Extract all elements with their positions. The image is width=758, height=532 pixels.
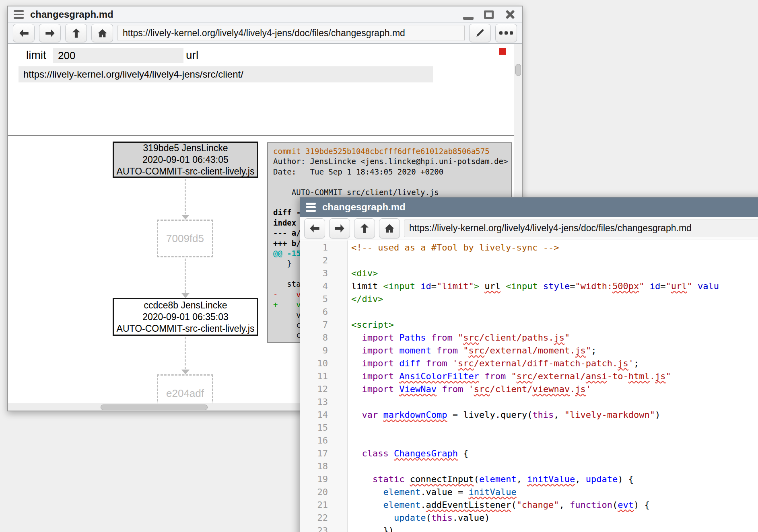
back-button[interactable] [13, 24, 35, 42]
hamburger-menu-icon[interactable] [306, 203, 316, 212]
more-button[interactable] [495, 24, 517, 42]
forward-button[interactable] [329, 218, 350, 238]
home-icon [97, 28, 108, 39]
commit-node-319bde5[interactable]: 319bde5 JensLincke 2020-09-01 06:43:05 A… [113, 142, 258, 178]
diff-line [273, 177, 511, 187]
front-window: changesgraph.md 1<!-- used as a #Tool by… [300, 197, 758, 532]
back-button[interactable] [304, 218, 325, 238]
vertical-scrollbar-thumb[interactable] [515, 64, 521, 76]
diff-line: commit 319bde525b1048cbcfff6dffe61012ab8… [273, 146, 511, 156]
close-icon[interactable] [504, 8, 516, 21]
code-line[interactable]: 7<script> [300, 318, 758, 331]
arrow-head-icon [181, 293, 190, 298]
line-number: 15 [300, 421, 338, 434]
line-number: 13 [300, 396, 338, 409]
graph-edge [185, 259, 186, 293]
up-arrow-icon [359, 223, 370, 234]
code-line[interactable]: 16 [300, 434, 758, 447]
line-number: 17 [300, 447, 338, 460]
code-lines: 1<!-- used as a #Tool by lively-sync -->… [300, 240, 758, 532]
line-number: 14 [300, 409, 338, 421]
line-number: 5 [300, 293, 338, 306]
up-button[interactable] [65, 24, 87, 42]
diff-line: AUTO-COMMIT src/client/lively.js [273, 187, 511, 197]
section-divider [8, 135, 514, 136]
url-label: url [186, 49, 198, 62]
line-number: 7 [300, 318, 338, 331]
diff-line: Author: JensLincke <jens.lincke@hpi.uni-… [273, 156, 511, 166]
line-number: 2 [300, 254, 338, 267]
window-title: changesgraph.md [322, 201, 406, 213]
line-number: 1 [300, 241, 338, 254]
code-line[interactable]: 13 [300, 396, 758, 409]
code-line[interactable]: 5</div> [300, 293, 758, 306]
home-button[interactable] [91, 24, 113, 42]
line-number: 6 [300, 306, 338, 318]
back-window-navbar [8, 23, 522, 44]
edit-button[interactable] [469, 24, 491, 42]
limit-label: limit [26, 49, 46, 62]
line-number: 22 [300, 511, 338, 524]
line-number: 8 [300, 331, 338, 344]
line-number: 16 [300, 434, 338, 447]
back-arrow-icon [19, 28, 29, 39]
code-line[interactable]: 18 [300, 460, 758, 473]
window-controls [463, 6, 516, 23]
code-line[interactable]: 19 static connectInput(element, initValu… [300, 473, 758, 486]
hamburger-menu-icon[interactable] [14, 10, 24, 19]
limit-input[interactable] [53, 48, 183, 63]
url-input[interactable] [404, 220, 758, 237]
code-line[interactable]: 17 class ChangesGraph { [300, 447, 758, 460]
code-line[interactable]: 21 element.addEventListener("change", fu… [300, 499, 758, 511]
code-line[interactable]: 9 import moment from "src/external/momen… [300, 344, 758, 357]
code-line[interactable]: 2 [300, 254, 758, 267]
line-number: 23 [300, 524, 338, 532]
code-line[interactable]: 14 var markdownComp = lively.query(this,… [300, 409, 758, 421]
front-window-navbar [300, 217, 758, 240]
line-number: 3 [300, 267, 338, 280]
line-number: 19 [300, 473, 338, 486]
line-number: 12 [300, 383, 338, 396]
home-button[interactable] [379, 218, 400, 238]
graph-edge [185, 179, 186, 214]
window-title: changesgraph.md [30, 9, 113, 20]
line-number: 4 [300, 280, 338, 293]
home-icon [384, 223, 395, 234]
maximize-icon[interactable] [484, 10, 494, 19]
code-line[interactable]: 6 [300, 306, 758, 318]
code-line[interactable]: 3<div> [300, 267, 758, 280]
code-line[interactable]: 23 }) [300, 524, 758, 532]
forward-button[interactable] [39, 24, 61, 42]
minimize-icon[interactable] [463, 17, 474, 20]
back-window-titlebar[interactable]: changesgraph.md [8, 6, 522, 23]
forward-arrow-icon [45, 28, 56, 39]
code-line[interactable]: 12 import ViewNav from 'src/client/viewn… [300, 383, 758, 396]
code-line[interactable]: 8 import Paths from "src/client/paths.js… [300, 331, 758, 344]
line-number: 11 [300, 370, 338, 383]
diff-line: Date: Tue Sep 1 18:43:05 2020 +0200 [273, 167, 511, 177]
repo-url-input[interactable] [19, 66, 433, 82]
up-arrow-icon [71, 28, 82, 39]
code-line[interactable]: 4limit <input id="limit"> url <input sty… [300, 280, 758, 293]
code-editor[interactable]: 1<!-- used as a #Tool by lively-sync -->… [300, 240, 758, 532]
commit-node-ccdce8b[interactable]: ccdce8b JensLincke 2020-09-01 06:35:03 A… [113, 298, 258, 336]
code-line[interactable]: 11 import AnsiColorFilter from "src/exte… [300, 370, 758, 383]
status-square [499, 48, 506, 55]
line-number: 21 [300, 499, 338, 511]
pencil-icon [475, 28, 485, 38]
url-input[interactable] [117, 25, 465, 41]
horizontal-scrollbar-thumb[interactable] [101, 405, 208, 410]
back-arrow-icon [309, 223, 320, 234]
line-number: 18 [300, 460, 338, 473]
up-button[interactable] [354, 218, 375, 238]
graph-edge [185, 337, 186, 369]
code-line[interactable]: 1<!-- used as a #Tool by lively-sync --> [300, 241, 758, 254]
code-line[interactable]: 20 element.value = initValue [300, 486, 758, 499]
code-line[interactable]: 15 [300, 421, 758, 434]
commit-node-7009fd5[interactable]: 7009fd5 [157, 220, 213, 257]
ellipsis-icon [499, 31, 513, 35]
code-line[interactable]: 22 update(this.value) [300, 511, 758, 524]
line-number: 20 [300, 486, 338, 499]
front-window-titlebar[interactable]: changesgraph.md [300, 197, 758, 217]
code-line[interactable]: 10 import diff from 'src/external/diff-m… [300, 357, 758, 370]
